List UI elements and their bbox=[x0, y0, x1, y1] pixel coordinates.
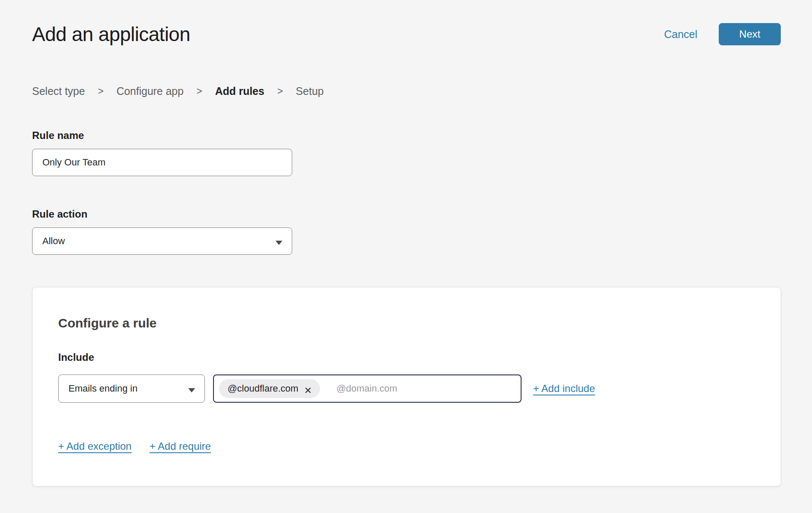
next-button[interactable]: Next bbox=[719, 23, 781, 45]
add-application-page: Add an application Cancel Next Select ty… bbox=[0, 0, 812, 486]
breadcrumb-step-setup[interactable]: Setup bbox=[296, 85, 323, 97]
breadcrumb: Select type > Configure app > Add rules … bbox=[32, 85, 781, 97]
rule-action-select[interactable]: Allow bbox=[32, 227, 292, 255]
include-value-tag-input[interactable]: @cloudflare.com bbox=[213, 374, 522, 403]
header-actions: Cancel Next bbox=[664, 23, 781, 45]
email-domain-tag: @cloudflare.com bbox=[219, 379, 320, 398]
configure-rule-card: Configure a rule Include Emails ending i… bbox=[32, 287, 781, 486]
include-rule-row: Emails ending in @cloudflare.com bbox=[58, 374, 755, 403]
remove-tag-icon[interactable] bbox=[305, 385, 311, 392]
rule-name-input[interactable] bbox=[32, 149, 292, 176]
breadcrumb-step-configure-app[interactable]: Configure app bbox=[116, 85, 184, 97]
configure-rule-title: Configure a rule bbox=[58, 315, 755, 331]
add-include-link[interactable]: + Add include bbox=[533, 383, 595, 395]
rule-action-selected-value: Allow bbox=[42, 236, 65, 247]
add-require-link[interactable]: + Add require bbox=[149, 440, 210, 452]
email-domain-input[interactable] bbox=[336, 383, 499, 394]
breadcrumb-separator: > bbox=[277, 85, 283, 97]
chevron-down-icon bbox=[276, 239, 282, 243]
email-domain-tag-value: @cloudflare.com bbox=[228, 383, 298, 394]
include-selector-value: Emails ending in bbox=[68, 383, 137, 394]
breadcrumb-separator: > bbox=[98, 85, 104, 97]
include-selector-select[interactable]: Emails ending in bbox=[58, 374, 205, 403]
rule-name-label: Rule name bbox=[32, 129, 781, 142]
page-title: Add an application bbox=[32, 22, 190, 46]
page-header: Add an application Cancel Next bbox=[32, 22, 781, 46]
breadcrumb-separator: > bbox=[196, 85, 202, 97]
include-label: Include bbox=[58, 351, 755, 364]
cancel-button[interactable]: Cancel bbox=[664, 23, 697, 45]
breadcrumb-step-select-type[interactable]: Select type bbox=[32, 85, 85, 97]
rule-action-label: Rule action bbox=[32, 208, 781, 220]
rule-extra-links-row: + Add exception + Add require bbox=[58, 440, 755, 452]
chevron-down-icon bbox=[188, 386, 195, 391]
breadcrumb-step-add-rules[interactable]: Add rules bbox=[215, 85, 264, 97]
add-exception-link[interactable]: + Add exception bbox=[58, 440, 131, 452]
